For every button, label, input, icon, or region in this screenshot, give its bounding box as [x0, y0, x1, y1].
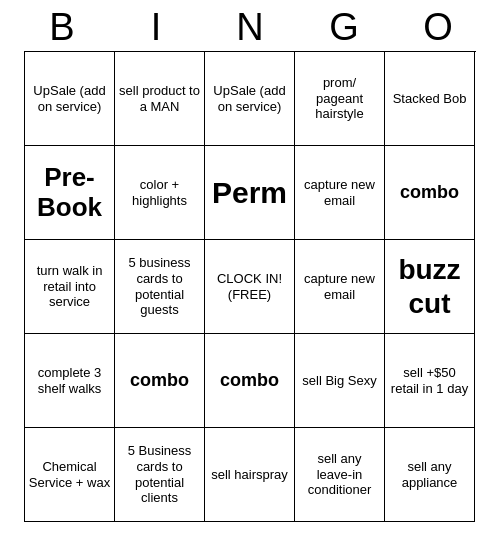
bingo-cell-12: CLOCK IN! (FREE): [205, 240, 295, 334]
bingo-cell-14: buzz cut: [385, 240, 475, 334]
bingo-cell-23: sell any leave-in conditioner: [295, 428, 385, 522]
bingo-cell-16: combo: [115, 334, 205, 428]
bingo-cell-20: Chemical Service + wax: [25, 428, 115, 522]
bingo-cell-19: sell +$50 retail in 1 day: [385, 334, 475, 428]
bingo-cell-7: Perm: [205, 146, 295, 240]
bingo-cell-5: Pre-Book: [25, 146, 115, 240]
bingo-cell-10: turn walk in retail into service: [25, 240, 115, 334]
header-letter-n: N: [207, 6, 293, 49]
bingo-cell-2: UpSale (add on service): [205, 52, 295, 146]
bingo-grid: UpSale (add on service)sell product to a…: [24, 51, 476, 522]
bingo-cell-9: combo: [385, 146, 475, 240]
bingo-cell-15: complete 3 shelf walks: [25, 334, 115, 428]
bingo-cell-24: sell any appliance: [385, 428, 475, 522]
header-letter-b: B: [19, 6, 105, 49]
bingo-header: BINGO: [15, 0, 485, 51]
bingo-cell-17: combo: [205, 334, 295, 428]
header-letter-i: I: [113, 6, 199, 49]
bingo-cell-13: capture new email: [295, 240, 385, 334]
bingo-cell-1: sell product to a MAN: [115, 52, 205, 146]
bingo-cell-6: color + highlights: [115, 146, 205, 240]
bingo-cell-11: 5 business cards to potential guests: [115, 240, 205, 334]
bingo-cell-0: UpSale (add on service): [25, 52, 115, 146]
bingo-cell-22: sell hairspray: [205, 428, 295, 522]
header-letter-g: G: [301, 6, 387, 49]
bingo-cell-4: Stacked Bob: [385, 52, 475, 146]
bingo-cell-18: sell Big Sexy: [295, 334, 385, 428]
header-letter-o: O: [395, 6, 481, 49]
bingo-cell-8: capture new email: [295, 146, 385, 240]
bingo-cell-3: prom/ pageant hairstyle: [295, 52, 385, 146]
bingo-cell-21: 5 Business cards to potential clients: [115, 428, 205, 522]
